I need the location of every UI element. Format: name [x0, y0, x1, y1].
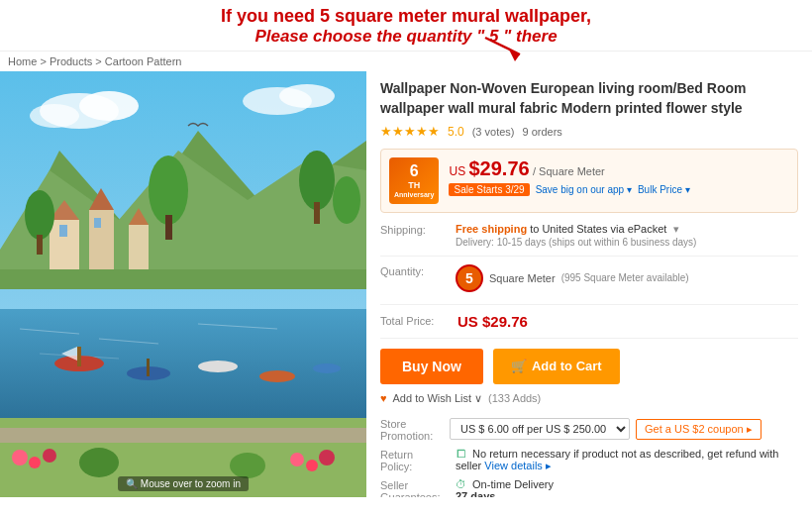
svg-point-38 [12, 450, 28, 465]
bulk-price-link[interactable]: Bulk Price ▾ [638, 184, 690, 195]
guarantee-icon: ⏱ [456, 478, 466, 490]
shipping-dest: to United States via ePacket [530, 223, 666, 235]
add-to-cart-label: Add to Cart [532, 359, 602, 373]
anniversary-badge: 6 TH Anniversary [389, 157, 439, 203]
product-details: Wallpaper Non-Woven European living room… [366, 71, 812, 497]
quantity-controls: 5 Square Meter (995 Square Meter availab… [456, 264, 689, 292]
shipping-detail: Delivery: 10-15 days (ships out within 6… [456, 237, 696, 248]
zoom-hint: 🔍 Mouse over to zoom in [118, 476, 249, 491]
total-row: Total Price: US $29.76 [380, 313, 798, 339]
stars: ★★★★★ [380, 124, 440, 139]
store-promo-row: StorePromotion: US $ 6.00 off per US $ 2… [380, 417, 798, 442]
cart-icon: 🛒 [511, 359, 527, 373]
guarantee-content: ⏱ On-time Delivery 27 days [456, 478, 554, 497]
badge-text: Anniversary [394, 191, 434, 199]
promo-badge-section: 6 TH Anniversary US $29.76 / Square Mete… [380, 149, 798, 212]
coupon-button[interactable]: Get a US $2 coupon ▸ [636, 419, 761, 440]
total-label: Total Price: [380, 315, 450, 327]
wishlist-button[interactable]: Add to Wish List ∨ [393, 392, 483, 405]
quantity-label: Quantity: [380, 264, 450, 277]
svg-rect-32 [147, 359, 150, 376]
promo-discount-select[interactable]: US $ 6.00 off per US $ 250.00 [450, 418, 630, 440]
shipping-row: Shipping: Free shipping to United States… [380, 223, 798, 257]
app-deal-link[interactable]: Save big on our app ▾ [536, 184, 632, 195]
svg-rect-37 [0, 428, 366, 443]
rating-row: ★★★★★ 5.0 (3 votes) 9 orders [380, 124, 798, 139]
svg-point-18 [149, 155, 188, 225]
svg-rect-21 [314, 202, 320, 224]
return-policy-row: ReturnPolicy: ⧠ No return necessary if p… [380, 448, 798, 472]
price-per-unit: / Square Meter [533, 165, 605, 177]
svg-point-16 [25, 190, 54, 240]
svg-rect-29 [77, 347, 81, 366]
shipping-label: Shipping: [380, 223, 450, 236]
product-image [0, 71, 366, 497]
breadcrumb-text: Home > Products > Cartoon Pattern [8, 55, 181, 67]
buy-now-button[interactable]: Buy Now [380, 349, 483, 384]
svg-point-40 [43, 449, 56, 463]
badge-th: TH [408, 180, 420, 190]
svg-point-44 [79, 448, 119, 477]
return-policy-label: ReturnPolicy: [380, 448, 450, 472]
return-policy-text: ⧠ No return necessary if product not as … [456, 448, 798, 472]
annotation-line1: If you need 5 square meter mural wallpap… [0, 6, 812, 27]
price-value: $29.76 [468, 157, 529, 179]
quantity-available: (995 Square Meter available) [561, 272, 689, 283]
svg-rect-15 [94, 218, 101, 228]
wishlist-row: ♥ Add to Wish List ∨ (133 Adds) [380, 392, 798, 405]
guarantee-days: 27 days [456, 490, 495, 497]
top-annotation: If you need 5 square meter mural wallpap… [0, 0, 812, 52]
product-image-section: 🔍 Mouse over to zoom in [0, 71, 366, 497]
return-icon: ⧠ [456, 448, 466, 460]
price-display: US $29.76 / Square Meter [449, 157, 789, 180]
return-details-link[interactable]: View details ▸ [484, 460, 552, 471]
svg-point-41 [290, 453, 304, 466]
rating-num: 5.0 [448, 125, 464, 139]
svg-rect-19 [165, 215, 172, 240]
total-price: US $29.76 [457, 313, 528, 330]
shipping-value: Free shipping to United States via ePack… [456, 223, 798, 248]
price-section: US $29.76 / Square Meter Sale Starts 3/2… [449, 157, 789, 196]
guarantee-row: SellerGuarantees: ⏱ On-time Delivery 27 … [380, 478, 798, 497]
svg-point-5 [279, 84, 335, 108]
votes: (3 votes) [472, 126, 515, 138]
svg-point-22 [333, 176, 360, 224]
guarantee-label: SellerGuarantees: [380, 478, 450, 497]
shipping-dropdown[interactable]: ▾ [673, 223, 679, 235]
action-buttons: Buy Now 🛒 Add to Cart [380, 349, 798, 384]
svg-rect-12 [129, 225, 149, 269]
sale-row: Sale Starts 3/29 Save big on our app ▾ B… [449, 183, 789, 196]
svg-rect-17 [37, 235, 43, 255]
guarantee-text: On-time Delivery [472, 478, 554, 490]
svg-point-3 [30, 104, 79, 128]
svg-rect-10 [89, 210, 114, 269]
sale-badge: Sale Starts 3/29 [449, 183, 529, 196]
add-to-cart-button[interactable]: 🛒 Add to Cart [493, 349, 620, 384]
free-shipping-text: Free shipping [456, 223, 527, 235]
svg-point-45 [230, 453, 265, 478]
wishlist-count: (133 Adds) [488, 392, 541, 404]
svg-point-33 [198, 361, 238, 372]
svg-point-42 [306, 460, 318, 471]
breadcrumb: Home > Products > Cartoon Pattern [0, 52, 812, 71]
svg-point-34 [259, 370, 295, 382]
quantity-row: Quantity: 5 Square Meter (995 Square Met… [380, 264, 798, 305]
store-promo-label: StorePromotion: [380, 417, 450, 442]
heart-icon: ♥ [380, 392, 387, 404]
price-currency-label: US [449, 164, 468, 178]
badge-number: 6 [394, 161, 434, 180]
product-title: Wallpaper Non-Woven European living room… [380, 79, 798, 118]
svg-rect-14 [59, 225, 67, 237]
svg-point-20 [299, 151, 335, 210]
quantity-value[interactable]: 5 [456, 264, 483, 292]
orders-count: 9 orders [522, 126, 561, 138]
svg-point-43 [319, 450, 335, 465]
svg-rect-23 [0, 309, 366, 428]
svg-point-2 [79, 91, 139, 121]
svg-point-39 [29, 457, 41, 468]
annotation-line2: Please choose the quantity " 5 " there [0, 27, 812, 47]
quantity-unit: Square Meter [489, 272, 556, 284]
svg-point-35 [313, 363, 341, 373]
main-content: 🔍 Mouse over to zoom in Wallpaper Non-Wo… [0, 71, 812, 497]
